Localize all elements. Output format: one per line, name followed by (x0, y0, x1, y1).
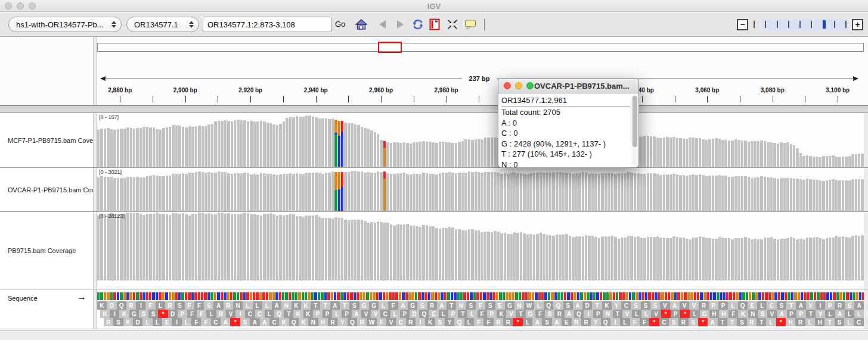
coverage-bar[interactable] (676, 237, 678, 280)
coverage-bar[interactable] (542, 234, 545, 280)
coverage-bar[interactable] (276, 125, 278, 167)
coverage-bar[interactable] (760, 141, 762, 167)
coverage-bar[interactable] (494, 138, 496, 167)
coverage-bar[interactable] (432, 226, 435, 280)
coverage-bar[interactable] (153, 214, 155, 280)
coverage-bar[interactable] (783, 178, 786, 211)
coverage-bar[interactable] (302, 217, 305, 280)
track-data-area[interactable]: [0 - 28123] (97, 212, 864, 289)
coverage-bar[interactable] (419, 174, 421, 211)
coverage-bar[interactable] (653, 173, 655, 211)
coverage-bar[interactable] (672, 236, 675, 280)
coverage-bar[interactable] (552, 236, 554, 280)
track-data-area[interactable]: [0 - 157] (97, 113, 864, 167)
coverage-bar[interactable] (325, 218, 327, 280)
tooltip-bubble-icon[interactable] (463, 17, 478, 32)
coverage-bar[interactable] (855, 235, 857, 280)
coverage-bar[interactable] (715, 176, 717, 211)
coverage-bar[interactable] (237, 173, 239, 211)
coverage-bar[interactable] (188, 126, 191, 167)
coverage-bar[interactable] (328, 119, 330, 167)
popup-titlebar[interactable]: OVCAR-P1-PB9715.bam... (498, 79, 638, 93)
coverage-bar[interactable] (487, 138, 489, 167)
coverage-bar[interactable] (582, 172, 584, 211)
coverage-bar[interactable] (630, 236, 633, 280)
coverage-bar[interactable] (458, 142, 460, 167)
coverage-bar[interactable] (214, 121, 216, 167)
coverage-bar[interactable] (361, 220, 363, 280)
coverage-bar[interactable] (575, 173, 578, 211)
coverage-bar[interactable] (627, 172, 630, 211)
coverage-bar[interactable] (458, 173, 460, 211)
coverage-bar[interactable] (442, 173, 444, 211)
coverage-bar[interactable] (585, 235, 587, 280)
coverage-bar[interactable] (790, 237, 792, 280)
coverage-bar[interactable] (218, 171, 220, 211)
coverage-bar[interactable] (110, 129, 113, 167)
coverage-bar[interactable] (253, 174, 256, 211)
coverage-bar[interactable] (569, 173, 571, 211)
coverage-bar[interactable] (344, 172, 346, 211)
coverage-bar[interactable] (494, 172, 496, 211)
coverage-bar[interactable] (572, 237, 574, 280)
coverage-bar[interactable] (305, 173, 308, 211)
coverage-bar[interactable] (601, 173, 603, 211)
coverage-bar[interactable] (133, 177, 135, 211)
coverage-bar[interactable] (741, 141, 743, 167)
coverage-bar[interactable] (754, 141, 757, 167)
coverage-bar[interactable] (773, 143, 776, 167)
coverage-bar[interactable] (292, 117, 294, 167)
coverage-bar[interactable] (780, 239, 782, 280)
coverage-bar[interactable] (614, 174, 616, 211)
coverage-bar[interactable] (162, 128, 165, 167)
coverage-bar[interactable] (393, 174, 395, 211)
coverage-bar[interactable] (487, 232, 489, 280)
coverage-bar[interactable] (354, 220, 356, 280)
coverage-bar[interactable] (516, 233, 519, 280)
coverage-bar[interactable] (390, 174, 392, 211)
coverage-bar[interactable] (578, 236, 581, 280)
coverage-bar[interactable] (809, 179, 811, 211)
coverage-bar[interactable] (442, 228, 444, 280)
coverage-bar[interactable] (204, 173, 207, 211)
coverage-bar[interactable] (283, 216, 285, 280)
allele-coverage-bar[interactable] (334, 168, 337, 211)
coverage-bar[interactable] (386, 223, 389, 280)
coverage-bar[interactable] (637, 236, 639, 280)
coverage-bar[interactable] (669, 174, 672, 211)
coverage-bar[interactable] (357, 125, 359, 167)
coverage-bar[interactable] (344, 220, 346, 280)
coverage-bar[interactable] (305, 216, 308, 280)
coverage-bar[interactable] (451, 227, 454, 280)
coverage-bar[interactable] (683, 238, 685, 280)
coverage-bar[interactable] (542, 173, 545, 211)
coverage-bar[interactable] (256, 174, 259, 211)
coverage-bar[interactable] (692, 238, 695, 280)
coverage-bar[interactable] (618, 173, 620, 211)
coverage-bar[interactable] (799, 239, 802, 280)
coverage-bar[interactable] (679, 138, 681, 167)
coverage-bar[interactable] (643, 174, 646, 211)
coverage-bar[interactable] (737, 238, 740, 280)
coverage-bar[interactable] (175, 174, 178, 211)
coverage-bar[interactable] (123, 214, 126, 280)
coverage-bar[interactable] (318, 217, 321, 280)
coverage-bar[interactable] (250, 121, 252, 167)
coverage-bar[interactable] (406, 224, 408, 280)
coverage-bar[interactable] (835, 236, 838, 280)
coverage-bar[interactable] (393, 226, 395, 280)
coverage-bar[interactable] (318, 173, 321, 211)
coverage-bar[interactable] (416, 142, 418, 167)
coverage-bar[interactable] (845, 180, 847, 211)
coverage-bar[interactable] (455, 229, 457, 280)
coverage-bar[interactable] (513, 173, 516, 211)
coverage-bar[interactable] (672, 174, 675, 211)
coverage-bar[interactable] (699, 174, 701, 211)
coverage-bar[interactable] (153, 127, 155, 167)
coverage-bar[interactable] (826, 180, 828, 211)
coverage-bar[interactable] (439, 142, 441, 167)
coverage-bar[interactable] (422, 173, 424, 211)
coverage-bar[interactable] (191, 127, 194, 167)
coverage-bar[interactable] (263, 214, 265, 280)
coverage-bar[interactable] (445, 142, 447, 167)
